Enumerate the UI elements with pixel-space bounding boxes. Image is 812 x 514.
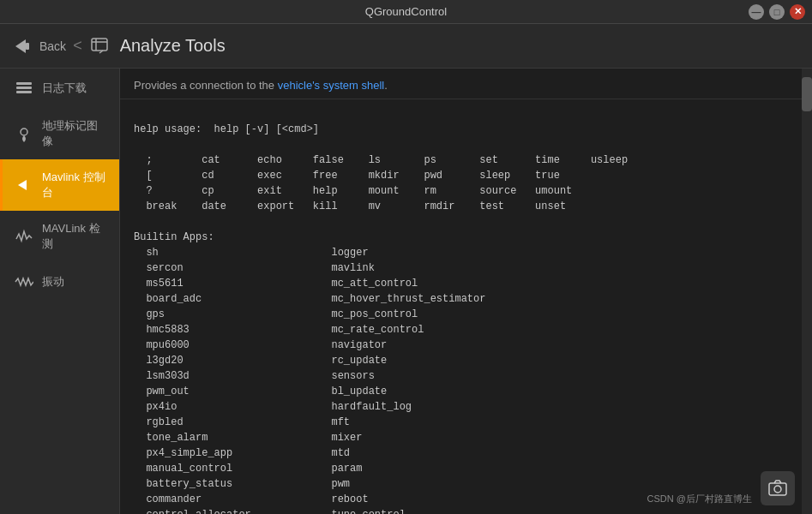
maximize-button[interactable]: □ [769, 4, 785, 20]
sidebar-mavlink-label: Mavlink 控制台 [42, 170, 107, 200]
content-area: Provides a connection to the vehicle's s… [120, 69, 812, 514]
terminal-output[interactable]: help usage: help [-v] [<cmd>] ; cat echo… [120, 99, 812, 514]
back-button[interactable]: Back [10, 34, 66, 58]
sidebar-item-mavlink[interactable]: Mavlink 控制台 [0, 159, 119, 211]
terminal-text: help usage: help [-v] [<cmd>] ; cat echo… [134, 123, 628, 514]
content-header: Provides a connection to the vehicle's s… [120, 69, 812, 99]
sidebar: 日志下载 地理标记图像 Mavlink 控制台 MAVLink 检测 [0, 69, 120, 514]
sidebar-item-mavlink-check[interactable]: MAVLink 检测 [0, 211, 119, 262]
svg-point-9 [21, 128, 27, 135]
sidebar-item-vibration[interactable]: 振动 [0, 262, 119, 302]
close-button[interactable]: ✕ [790, 4, 805, 20]
sidebar-geo-label: 地理标记图像 [42, 118, 107, 149]
nav-section: Analyze Tools [89, 34, 226, 58]
svg-marker-0 [15, 39, 26, 53]
nav-title: Analyze Tools [120, 36, 226, 56]
svg-rect-6 [16, 82, 32, 85]
svg-point-12 [774, 486, 781, 493]
sidebar-logs-label: 日志下载 [42, 81, 87, 96]
svg-rect-11 [769, 483, 786, 495]
svg-rect-8 [16, 91, 32, 93]
svg-rect-1 [26, 43, 29, 50]
sidebar-item-geo[interactable]: 地理标记图像 [0, 108, 119, 159]
watermark: CSDN @后厂村路直博生 [647, 493, 752, 505]
svg-rect-7 [16, 87, 32, 89]
back-icon [10, 34, 34, 58]
list-icon [15, 79, 33, 98]
sidebar-item-logs[interactable]: 日志下载 [0, 69, 119, 108]
scrollbar-track[interactable] [802, 69, 812, 514]
scrollbar-thumb[interactable] [802, 77, 812, 111]
title-bar: QGroundControl — □ ✕ [0, 0, 812, 24]
highlight-text: vehicle's system shell [278, 79, 385, 92]
window-title: QGroundControl [365, 5, 447, 18]
nav-bar: Back < Analyze Tools [0, 24, 812, 69]
back-label: Back [39, 39, 66, 53]
svg-rect-2 [92, 39, 107, 51]
sidebar-mavlink-check-label: MAVLink 检测 [42, 221, 107, 252]
arrow-right-icon [15, 176, 33, 194]
content-description: Provides a connection to the vehicle's s… [134, 79, 798, 92]
svg-marker-10 [18, 180, 27, 190]
analyze-tools-icon [89, 34, 113, 58]
minimize-button[interactable]: — [749, 4, 764, 20]
sidebar-vibration-label: 振动 [42, 274, 64, 290]
main-layout: 日志下载 地理标记图像 Mavlink 控制台 MAVLink 检测 [0, 69, 812, 514]
window-controls: — □ ✕ [749, 4, 805, 20]
vibration-icon [15, 272, 33, 291]
pin-icon [15, 124, 33, 143]
wave-icon [15, 227, 33, 246]
camera-button[interactable] [761, 471, 795, 505]
nav-separator: < [73, 37, 82, 55]
camera-icon [767, 478, 788, 499]
